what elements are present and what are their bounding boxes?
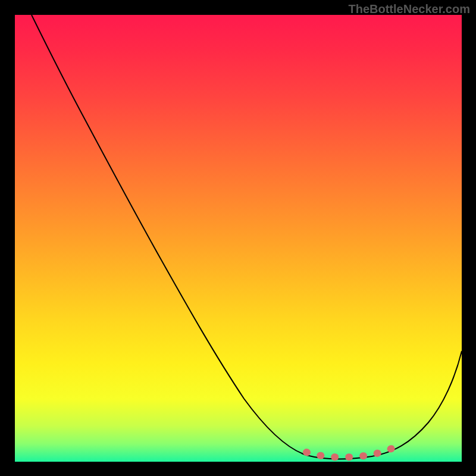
plot-gradient-background [15, 15, 462, 462]
attribution-text: TheBottleNecker.com [348, 2, 470, 16]
chart-container: TheBottleNecker.com [0, 0, 476, 476]
